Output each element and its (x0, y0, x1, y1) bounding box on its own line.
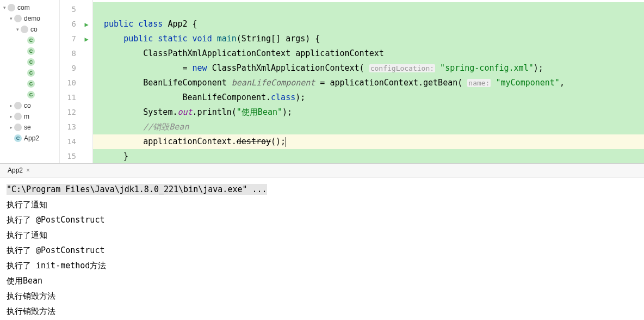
run-icon[interactable]: ▶ (84, 21, 88, 28)
console-tabbar: App2 × (0, 163, 644, 177)
class-icon: C (27, 91, 35, 99)
class-icon: C (14, 134, 22, 142)
folder-icon (21, 26, 28, 33)
console-line: 执行销毁方法 (7, 304, 637, 319)
text-cursor (286, 137, 286, 147)
code-line (93, 2, 644, 17)
code-line: BeanLifeComponent beanLifeComponent = ap… (93, 76, 644, 90)
console-line: 执行了 @PostConstruct (7, 243, 637, 258)
tree-item[interactable]: C (0, 46, 59, 57)
tree-item[interactable]: ▾com (0, 2, 59, 13)
line-numbers: 56789101112131415 (60, 0, 81, 163)
chevron-down-icon: ▾ (8, 16, 14, 21)
code-area[interactable]: public class App2 { public static void m… (93, 0, 644, 163)
tree-item[interactable]: ▾co (0, 24, 59, 35)
code-line: = new ClassPathXmlApplicationContext( co… (93, 61, 644, 76)
folder-icon (14, 124, 22, 131)
tree-item[interactable]: C (0, 67, 59, 78)
code-line: //销毁Bean (93, 120, 644, 134)
code-editor[interactable]: 56789101112131415 ▶ ▶ public class App2 … (60, 0, 644, 163)
class-icon: C (27, 47, 35, 55)
run-icon[interactable]: ▶ (84, 35, 88, 43)
run-gutter: ▶ ▶ (81, 0, 92, 163)
tree-item[interactable]: CApp2 (0, 133, 59, 144)
class-icon: C (27, 36, 35, 44)
tree-item[interactable]: ▸co (0, 100, 59, 111)
tree-item[interactable]: C (0, 78, 59, 89)
chevron-down-icon: ▾ (1, 5, 8, 10)
folder-icon (14, 15, 22, 22)
project-tree[interactable]: ▾com ▾demo ▾co C C C C C C ▸co ▸m ▸se CA… (0, 0, 60, 163)
console-line: "C:\Program Files\Java\jdk1.8.0_221\bin\… (7, 182, 637, 197)
editor-gutter: 56789101112131415 ▶ ▶ (60, 0, 93, 163)
console-line: 执行了通知 (7, 197, 637, 212)
console-line: 执行了 @PostConstruct (7, 212, 637, 227)
folder-icon (14, 113, 22, 120)
console-line: 执行了通知 (7, 227, 637, 243)
code-line: public static void main(String[] args) { (93, 32, 644, 46)
class-icon: C (27, 58, 35, 66)
tree-item[interactable]: ▸se (0, 122, 59, 133)
code-line: BeanLifeComponent.class); (93, 90, 644, 105)
console-tab[interactable]: App2 × (4, 167, 33, 174)
chevron-right-icon: ▸ (8, 114, 14, 119)
chevron-down-icon: ▾ (14, 27, 21, 32)
class-icon: C (27, 80, 35, 88)
code-line: System.out.println("使用Bean"); (93, 105, 644, 120)
code-line: } (93, 149, 644, 164)
console-line: 使用Bean (7, 273, 637, 288)
tab-label: App2 (8, 167, 23, 174)
tree-item[interactable]: ▸m (0, 111, 59, 122)
code-line: public class App2 { (93, 17, 644, 32)
tree-item[interactable]: C (0, 35, 59, 46)
code-line: ClassPathXmlApplicationContext applicati… (93, 46, 644, 61)
console-line: 执行了 init-method方法 (7, 258, 637, 273)
console-output[interactable]: "C:\Program Files\Java\jdk1.8.0_221\bin\… (0, 177, 644, 320)
tree-item[interactable]: C (0, 57, 59, 67)
folder-icon (14, 102, 22, 109)
class-icon: C (27, 69, 35, 77)
tree-item[interactable]: C (0, 89, 59, 100)
code-line: applicationContext.destroy(); (93, 134, 644, 149)
close-icon[interactable]: × (26, 167, 30, 174)
tree-item[interactable]: ▾demo (0, 13, 59, 24)
chevron-right-icon: ▸ (8, 103, 14, 108)
folder-icon (8, 4, 15, 11)
console-line: 执行销毁方法 (7, 288, 637, 304)
chevron-right-icon: ▸ (8, 125, 14, 130)
